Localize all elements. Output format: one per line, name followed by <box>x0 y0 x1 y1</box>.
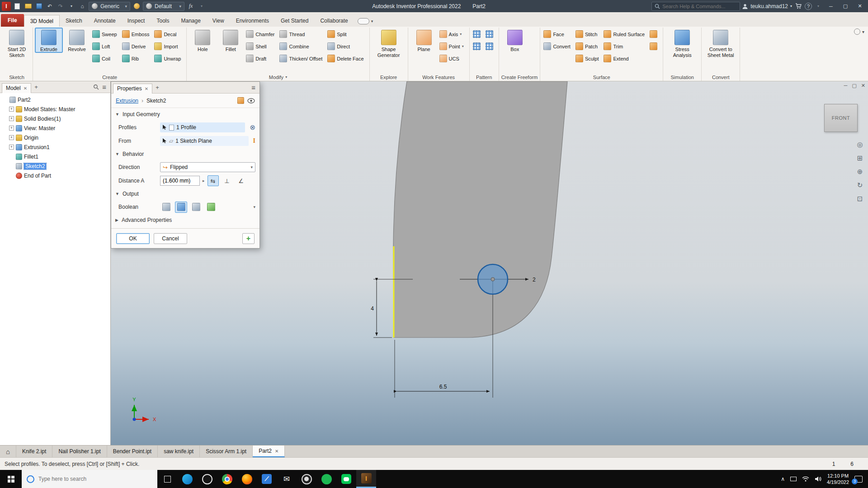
pan-icon[interactable]: ⊞ <box>854 153 865 164</box>
doc-tab-part2[interactable]: Part2✕ <box>253 446 285 457</box>
tab-file[interactable]: File <box>1 14 24 27</box>
browser-search-icon[interactable] <box>93 84 99 90</box>
help-search[interactable] <box>651 2 740 11</box>
patch-button[interactable]: Patch <box>575 40 602 52</box>
tree-item-view-master[interactable]: +View: Master <box>0 123 110 133</box>
chevron-down-icon[interactable]: ▾ <box>253 205 255 209</box>
new-file-icon[interactable] <box>13 2 22 11</box>
sketch-driven-pattern-button[interactable] <box>485 40 496 52</box>
home-view-icon[interactable]: ⌂ <box>78 2 87 11</box>
tab-collaborate[interactable]: Collaborate <box>314 15 354 27</box>
direct-button[interactable]: Direct <box>326 40 367 52</box>
hole-button[interactable]: Hole <box>189 28 216 52</box>
add-panel-tab-button[interactable]: + <box>32 84 40 90</box>
hidden-icons-chevron[interactable]: ∧ <box>781 476 785 482</box>
sweep-button[interactable]: Sweep <box>91 28 120 40</box>
chevron-down-icon[interactable]: ▾ <box>285 75 287 79</box>
direction-dropdown[interactable]: ↪ Flipped ▾ <box>160 162 255 172</box>
from-field[interactable]: ▱ 1 Sketch Plane <box>160 136 249 146</box>
full-navigation-wheel-icon[interactable]: ◎ <box>854 139 865 150</box>
symmetric-toggle[interactable]: ∠ <box>236 175 247 186</box>
appearance-dropdown[interactable]: Default ▾ <box>143 2 184 11</box>
stress-analysis-button[interactable]: Stress Analysis <box>665 28 699 58</box>
viewport-3d[interactable]: 4 2 6.5 Y X FRONT <box>111 81 868 445</box>
add-preset-button[interactable]: + <box>242 233 255 244</box>
replace-face-button[interactable] <box>649 28 660 40</box>
task-view-button[interactable] <box>157 470 177 488</box>
undo-icon[interactable]: ↶ <box>45 2 54 11</box>
freeform-box-button[interactable]: Box <box>501 28 528 52</box>
tree-item-solid-bodies[interactable]: +Solid Bodies(1) <box>0 114 110 123</box>
dimension-width-text[interactable]: 6.5 <box>439 384 447 390</box>
tree-item-fillet1[interactable]: Fillet1 <box>0 152 110 161</box>
collaboration-camera-icon[interactable]: ▾ <box>358 18 373 24</box>
expand-icon[interactable]: + <box>9 135 14 140</box>
tab-manage[interactable]: Manage <box>175 15 206 27</box>
tree-item-origin[interactable]: +Origin <box>0 133 110 142</box>
doc-tab-saw-knife[interactable]: saw knife.ipt <box>158 446 200 457</box>
section-advanced-properties[interactable]: ▶Advanced Properties <box>111 214 259 226</box>
taskbar-search[interactable] <box>22 470 157 488</box>
home-tab-icon[interactable]: ⌂ <box>0 446 16 457</box>
revolve-button[interactable]: Revolve <box>63 28 90 52</box>
edge-taskbar-button[interactable] <box>177 470 197 488</box>
doc-restore-icon[interactable]: ▢ <box>852 83 856 89</box>
save-icon[interactable] <box>34 2 43 11</box>
circular-pattern-button[interactable] <box>485 28 496 40</box>
point-button[interactable]: Point▾ <box>439 40 467 52</box>
axis-button[interactable]: Axis▾ <box>439 28 467 40</box>
notifications-icon[interactable]: 3 <box>854 476 863 483</box>
section-input-geometry[interactable]: ▼Input Geometry <box>111 108 259 121</box>
breadcrumb-extrusion-link[interactable]: Extrusion <box>116 98 138 104</box>
stitch-button[interactable]: Stitch <box>575 28 602 40</box>
add-panel-tab-button[interactable]: + <box>153 84 161 91</box>
close-icon[interactable]: ✕ <box>145 86 148 91</box>
doc-tab-scissor-arm[interactable]: Scissor Arm 1.ipt <box>200 446 253 457</box>
doc-close-icon[interactable]: ✕ <box>861 83 865 89</box>
tab-environments[interactable]: Environments <box>230 15 275 27</box>
boolean-intersect-button[interactable] <box>190 202 202 213</box>
doc-tab-knife2[interactable]: Knife 2.ipt <box>16 446 52 457</box>
rectangular-pattern-button[interactable] <box>472 28 484 40</box>
draft-button[interactable]: Draft <box>245 52 278 65</box>
account-menu[interactable]: teuku.ahmad12 ▾ <box>742 3 792 9</box>
cart-icon[interactable] <box>794 2 803 11</box>
wifi-icon[interactable] <box>802 476 809 482</box>
combine-button[interactable]: Combine <box>278 40 326 52</box>
inventor-taskbar-button[interactable]: I <box>356 470 376 488</box>
loft-button[interactable]: Loft <box>91 40 120 52</box>
tree-item-sketch2[interactable]: Sketch2 <box>0 161 110 171</box>
tab-inspect[interactable]: Inspect <box>122 15 151 27</box>
line-taskbar-button[interactable] <box>336 470 356 488</box>
extend-button[interactable]: Extend <box>603 52 648 65</box>
profiles-field[interactable]: 1 Profile <box>160 122 245 132</box>
doc-minimize-icon[interactable]: ─ <box>844 83 848 89</box>
start-2d-sketch-button[interactable]: Start 2D Sketch <box>3 28 30 58</box>
mail-taskbar-button[interactable]: ✉ <box>277 470 297 488</box>
orbit-icon[interactable]: ↻ <box>854 180 865 191</box>
tab-sketch[interactable]: Sketch <box>60 15 88 27</box>
help-icon[interactable]: ? <box>805 3 812 10</box>
distance-input[interactable] <box>160 176 200 186</box>
surface-convert-button[interactable]: Convert <box>542 40 574 52</box>
browser-menu-icon[interactable]: ≡ <box>100 83 108 91</box>
mirror-button[interactable] <box>472 40 484 52</box>
expand-icon[interactable]: + <box>9 107 14 112</box>
properties-menu-icon[interactable]: ≡ <box>249 84 258 91</box>
expand-icon[interactable]: + <box>9 116 14 121</box>
taskbar-clock[interactable]: 12:10 PM 4/19/2022 <box>827 473 849 486</box>
tree-item-extrusion1[interactable]: +Extrusion1 <box>0 142 110 152</box>
inventor-logo-icon[interactable]: I <box>2 2 11 11</box>
doc-tab-nail-polisher[interactable]: Nail Polisher 1.ipt <box>52 446 107 457</box>
minimize-button[interactable]: ─ <box>825 0 837 12</box>
tree-item-part2[interactable]: Part2 <box>0 95 110 104</box>
coil-button[interactable]: Coil <box>91 52 120 65</box>
blue-app-taskbar-button[interactable]: ⟋ <box>257 470 277 488</box>
tab-annotate[interactable]: Annotate <box>88 15 122 27</box>
part-body[interactable] <box>393 81 567 338</box>
firefox-taskbar-button[interactable] <box>237 470 257 488</box>
cancel-button[interactable]: Cancel <box>154 233 187 244</box>
volume-icon[interactable] <box>815 476 821 482</box>
start-button[interactable] <box>0 470 22 488</box>
tree-item-end-of-part[interactable]: End of Part <box>0 171 110 180</box>
